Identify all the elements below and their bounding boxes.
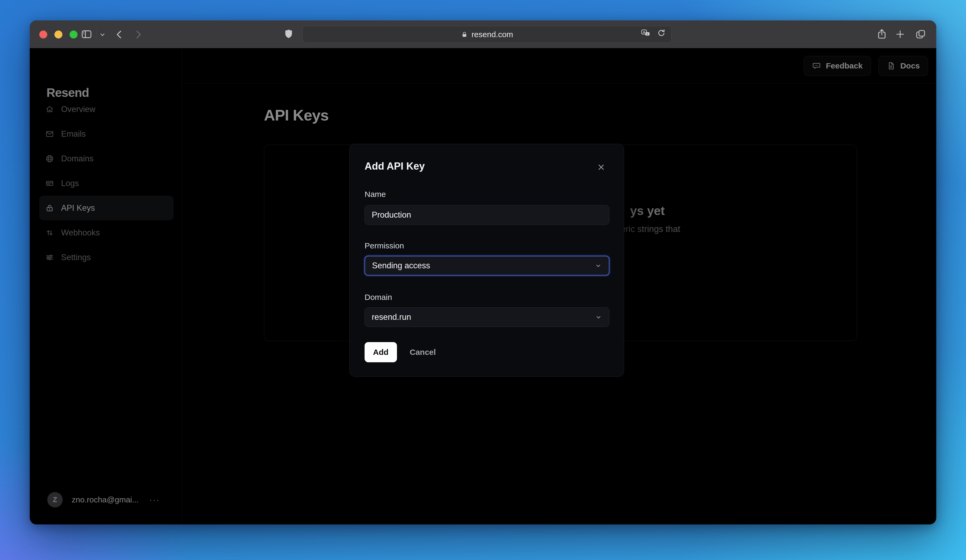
permission-select[interactable]: Sending access bbox=[365, 256, 610, 275]
name-label: Name bbox=[365, 190, 386, 199]
account-row: Z zno.rocha@gmai... ··· bbox=[47, 492, 159, 508]
name-input[interactable] bbox=[365, 205, 610, 225]
lock-icon bbox=[45, 203, 54, 213]
sidebar-nav: Overview Emails Do bbox=[39, 97, 174, 270]
sidebar-item-label: Overview bbox=[61, 105, 95, 114]
add-api-key-modal: Add API Key Name Permission Sending acce… bbox=[350, 144, 624, 377]
address-bar[interactable]: resend.com A x bbox=[302, 26, 672, 43]
share-icon[interactable] bbox=[876, 28, 887, 39]
sidebar-item-webhooks[interactable]: Webhooks bbox=[39, 220, 174, 245]
lock-icon bbox=[461, 31, 468, 38]
empty-state-heading-fragment: ys yet bbox=[630, 203, 665, 218]
sliders-icon bbox=[45, 253, 54, 262]
browser-window: resend.com A x bbox=[30, 20, 936, 524]
document-icon bbox=[887, 61, 895, 70]
sidebar-item-label: Domains bbox=[61, 154, 94, 164]
sidebar-item-label: Emails bbox=[61, 129, 86, 139]
close-window-button[interactable] bbox=[39, 31, 47, 38]
home-icon bbox=[45, 105, 54, 114]
browser-toolbar: resend.com A x bbox=[30, 20, 936, 48]
chevron-down-icon bbox=[595, 262, 602, 269]
avatar[interactable]: Z bbox=[47, 492, 62, 508]
sidebar-item-domains[interactable]: Domains bbox=[39, 146, 174, 171]
sidebar-item-settings[interactable]: Settings bbox=[39, 245, 174, 270]
zoom-window-button[interactable] bbox=[69, 31, 77, 38]
permission-label: Permission bbox=[365, 241, 404, 250]
account-menu-icon[interactable]: ··· bbox=[149, 495, 159, 504]
logs-icon bbox=[45, 179, 54, 188]
speech-bubble-icon bbox=[812, 61, 821, 70]
svg-text:A: A bbox=[643, 31, 645, 34]
empty-state-body-fragment: eric strings that bbox=[621, 224, 680, 234]
sidebar: Resend Overview Ema bbox=[30, 48, 182, 524]
shield-privacy-icon[interactable] bbox=[283, 28, 294, 39]
feedback-button[interactable]: Feedback bbox=[804, 56, 871, 76]
url-text: resend.com bbox=[472, 30, 513, 39]
permission-value: Sending access bbox=[372, 261, 430, 270]
modal-title: Add API Key bbox=[365, 160, 425, 172]
cancel-button[interactable]: Cancel bbox=[410, 342, 436, 362]
chevron-down-icon bbox=[595, 313, 602, 321]
arrows-up-down-icon bbox=[45, 228, 54, 237]
svg-text:x: x bbox=[647, 33, 649, 35]
sidebar-toggle-icon[interactable] bbox=[81, 28, 92, 40]
reload-icon[interactable] bbox=[657, 28, 666, 38]
new-tab-icon[interactable] bbox=[895, 29, 905, 39]
sidebar-item-label: Settings bbox=[61, 253, 91, 262]
translate-icon[interactable]: A x bbox=[641, 28, 651, 38]
domain-select[interactable]: resend.run bbox=[365, 307, 610, 327]
sidebar-item-emails[interactable]: Emails bbox=[39, 121, 174, 146]
domain-value: resend.run bbox=[372, 313, 411, 322]
sidebar-item-api-keys[interactable]: API Keys bbox=[39, 196, 174, 220]
account-email: zno.rocha@gmai... bbox=[72, 495, 139, 504]
add-button[interactable]: Add bbox=[365, 342, 397, 362]
sidebar-item-label: API Keys bbox=[61, 203, 95, 213]
tabs-overview-icon[interactable] bbox=[915, 29, 926, 40]
page-title: API Keys bbox=[264, 106, 329, 124]
sidebar-item-logs[interactable]: Logs bbox=[39, 171, 174, 196]
domain-label: Domain bbox=[365, 293, 392, 302]
feedback-label: Feedback bbox=[826, 61, 863, 70]
docs-label: Docs bbox=[900, 61, 920, 70]
close-icon[interactable] bbox=[596, 162, 607, 173]
sidebar-item-overview[interactable]: Overview bbox=[39, 97, 174, 121]
docs-button[interactable]: Docs bbox=[878, 56, 928, 76]
sidebar-item-label: Webhooks bbox=[61, 228, 100, 237]
traffic-lights bbox=[39, 31, 77, 38]
web-content: Resend Overview Ema bbox=[30, 48, 936, 524]
back-button-icon[interactable] bbox=[114, 29, 125, 40]
sidebar-item-label: Logs bbox=[61, 178, 79, 188]
chevron-down-icon[interactable] bbox=[99, 31, 106, 38]
globe-icon bbox=[45, 154, 54, 163]
envelope-icon bbox=[45, 129, 54, 139]
main-header: Feedback Docs bbox=[182, 48, 936, 84]
forward-button-icon[interactable] bbox=[133, 29, 143, 40]
minimize-window-button[interactable] bbox=[54, 31, 62, 38]
